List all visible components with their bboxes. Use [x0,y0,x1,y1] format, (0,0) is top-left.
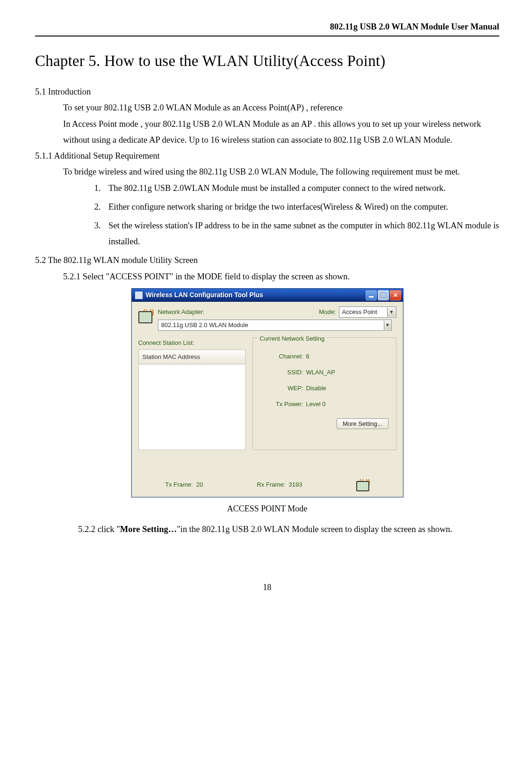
header-rule [35,36,499,36]
figure-caption: ACCESS POINT Mode [35,501,499,517]
mode-select[interactable]: Access Point ▼ [339,306,396,318]
rx-frame-label: Rx Frame: [257,481,286,488]
section-5-2-2-part-b: "in the 802.11g USB 2.0 WLAN Module scre… [177,525,452,534]
page-header: 802.11g USB 2.0 WLAN Module User Manual [35,19,499,35]
section-5-2-2-part-a: 5.2.2 click " [78,525,120,534]
requirement-list: The 802.11g USB 2.0WLAN Module must be i… [35,180,499,250]
chapter-title: Chapter 5. How to use the WLAN Utility(A… [35,47,499,75]
section-5-2-heading: 5.2 The 802.11g WLAN module Utility Scre… [35,252,499,268]
network-adapter-value: 802.11g USB 2.0 WLAN Module [158,320,384,331]
section-5-2-1: 5.2.1 Select "ACCESS POINT" in the MODE … [63,269,499,284]
mode-label: Mode: [319,306,336,318]
network-adapter-icon: ((•)) [138,306,154,322]
station-list[interactable] [138,365,246,450]
section-5-1-p2: In Access Point mode , your 802.11g USB … [63,116,499,148]
section-5-1-1-heading: 5.1.1 Additional Setup Requirement [35,148,499,164]
rx-frame-value: 3193 [288,481,302,488]
antenna-icon: ((•)) [356,478,369,491]
close-button[interactable] [390,290,401,300]
channel-value: 6 [306,351,309,362]
wep-label: WEP: [260,383,306,394]
more-setting-bold: More Setting… [120,525,177,534]
ssid-label: SSID: [260,367,306,378]
page-number: 18 [35,580,499,595]
txpower-value: Level 0 [306,399,326,410]
txpower-label: Tx Power: [260,399,306,410]
section-5-1-p1: To set your 802.11g USB 2.0 WLAN Module … [63,100,499,116]
ssid-value: WLAN_AP [306,367,335,378]
network-adapter-select[interactable]: 802.11g USB 2.0 WLAN Module ▼ [158,320,392,331]
requirement-item-2: Either configure network sharing or brid… [103,199,499,215]
tx-frame-label: Tx Frame: [165,481,193,488]
chevron-down-icon: ▼ [384,321,391,330]
tx-frame-value: 20 [196,481,203,488]
requirement-item-1: The 802.11g USB 2.0WLAN Module must be i… [103,180,499,196]
section-5-1-1-p1: To bridge wireless and wired using the 8… [63,164,499,180]
section-5-1-heading: 5.1 Introduction [35,84,499,100]
current-network-setting-legend: Current Network Setting [258,333,327,344]
minimize-button[interactable] [366,290,377,300]
dialog-title: Wireless LAN Configuration Tool Plus [146,289,365,301]
section-5-2-2: 5.2.2 click "More Setting…"in the 802.11… [35,521,499,537]
dialog-titlebar: Wireless LAN Configuration Tool Plus [132,289,403,302]
current-network-setting-group: Current Network Setting Channel: 6 SSID:… [252,337,396,450]
more-setting-button[interactable]: More Setting... [337,418,388,429]
maximize-button [378,290,389,300]
dialog-app-icon [135,291,143,299]
channel-label: Channel: [260,351,306,362]
mode-value: Access Point [339,306,387,318]
wlan-config-dialog: Wireless LAN Configuration Tool Plus ((•… [131,288,403,497]
requirement-item-3: Set the wireless station's IP address to… [103,218,499,249]
wep-value: Disable [306,383,326,394]
chevron-down-icon: ▼ [387,307,396,317]
station-mac-header[interactable]: Station MAC Address [138,350,246,365]
connect-station-list-label: Connect Station List: [138,337,246,349]
